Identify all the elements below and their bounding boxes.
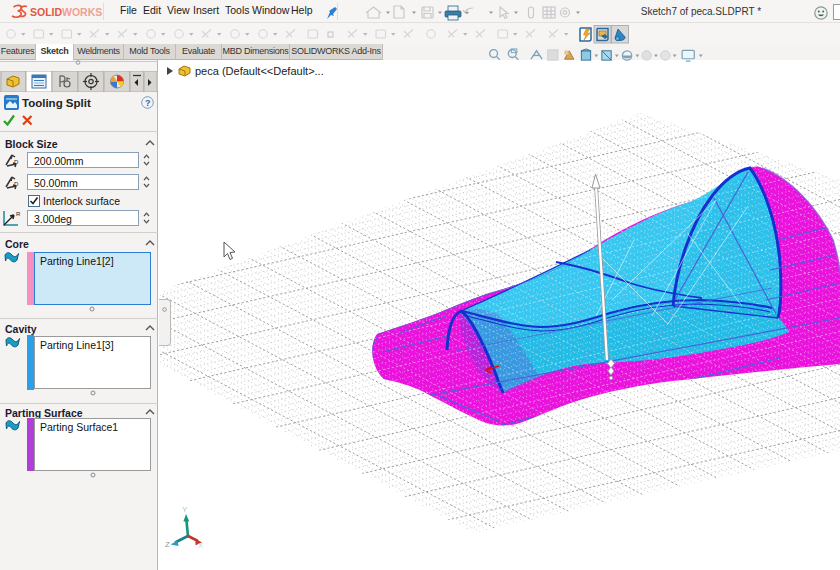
svg-text:Z: Z <box>165 540 170 549</box>
svg-text:WORKS: WORKS <box>62 6 102 18</box>
svg-text:D: D <box>14 181 19 187</box>
svg-text:Y: Y <box>182 505 188 514</box>
svg-text:D: D <box>14 159 19 165</box>
svg-text:?: ? <box>145 98 151 108</box>
svg-text:X: X <box>198 541 204 550</box>
svg-text:R: R <box>16 211 21 217</box>
svg-text:SOLID: SOLID <box>30 6 63 18</box>
